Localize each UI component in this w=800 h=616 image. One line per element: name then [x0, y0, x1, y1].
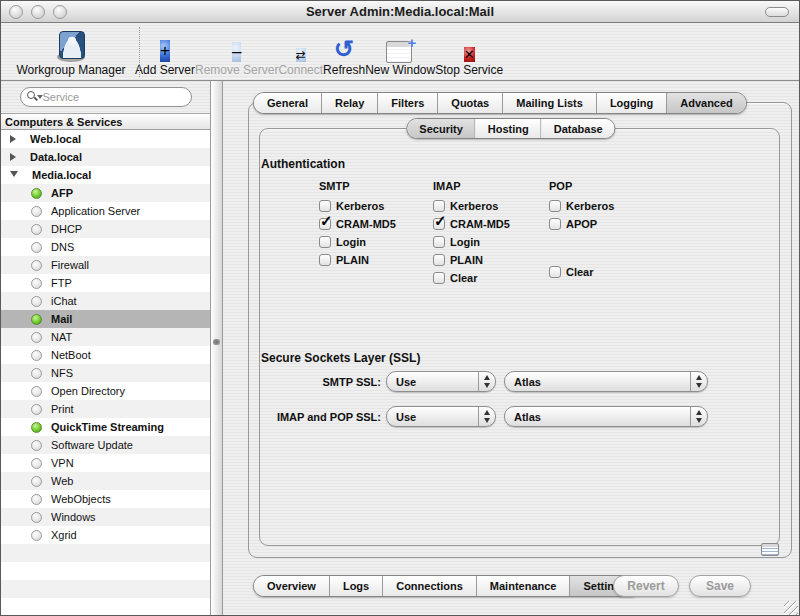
- checkbox-row[interactable]: CRAM-MD5: [319, 218, 396, 230]
- list-item[interactable]: Data.local: [1, 148, 210, 166]
- revert-button[interactable]: Revert: [613, 575, 679, 597]
- toolbar-button[interactable]: Add Server: [135, 25, 195, 77]
- checkbox-row[interactable]: Kerberos: [433, 200, 510, 212]
- toolbar-button[interactable]: New Window: [365, 25, 435, 77]
- tab[interactable]: General: [254, 93, 322, 113]
- checkbox[interactable]: [433, 218, 445, 230]
- checkbox[interactable]: [433, 272, 445, 284]
- disclosure-triangle-icon[interactable]: [10, 153, 16, 161]
- ssl-row: SMTP SSL: Use Atlas: [241, 371, 708, 392]
- list-item[interactable]: Open Directory: [1, 382, 210, 400]
- checkbox-row[interactable]: Clear: [549, 266, 614, 278]
- checkbox-row[interactable]: PLAIN: [433, 254, 510, 266]
- minimize-button[interactable]: [31, 5, 45, 19]
- computers-services-list: Web.local Data.local Media.local AFP: [1, 130, 210, 616]
- checkbox-row[interactable]: APOP: [549, 218, 614, 230]
- tab[interactable]: Advanced: [667, 93, 746, 113]
- checkbox-row[interactable]: PLAIN: [319, 254, 396, 266]
- tab[interactable]: Overview: [254, 576, 330, 596]
- close-button[interactable]: [9, 5, 23, 19]
- checkbox[interactable]: [549, 218, 561, 230]
- resize-grip[interactable]: [784, 601, 798, 615]
- list-item[interactable]: DHCP: [1, 220, 210, 238]
- tab[interactable]: Connections: [383, 576, 477, 596]
- tab[interactable]: Mailing Lists: [503, 93, 597, 113]
- list-item-label: FTP: [51, 277, 72, 289]
- checkbox[interactable]: [319, 200, 331, 212]
- popup-button[interactable]: Atlas: [504, 406, 708, 427]
- checkbox-label: Kerberos: [566, 200, 614, 212]
- checkbox[interactable]: [433, 236, 445, 248]
- checkbox-label: Clear: [566, 266, 594, 278]
- list-item[interactable]: Mail: [1, 310, 210, 328]
- toolbar-toggle-button[interactable]: [765, 7, 789, 17]
- list-item[interactable]: WebObjects: [1, 490, 210, 508]
- list-item[interactable]: VPN: [1, 454, 210, 472]
- checkbox-row[interactable]: Login: [319, 236, 396, 248]
- list-item[interactable]: NFS: [1, 364, 210, 382]
- list-item[interactable]: Application Server: [1, 202, 210, 220]
- list-item-label: iChat: [51, 295, 77, 307]
- checkbox[interactable]: [549, 200, 561, 212]
- list-item[interactable]: Xgrid: [1, 526, 210, 544]
- checkbox-row[interactable]: Login: [433, 236, 510, 248]
- search-input[interactable]: [43, 91, 185, 103]
- save-button[interactable]: Save: [689, 575, 751, 597]
- checkbox[interactable]: [319, 218, 331, 230]
- search-icon[interactable]: [27, 91, 43, 103]
- popup-button[interactable]: Use: [386, 371, 496, 392]
- tab[interactable]: Quotas: [438, 93, 503, 113]
- list-item[interactable]: AFP: [1, 184, 210, 202]
- checkbox-row[interactable]: Kerberos: [319, 200, 396, 212]
- checkbox[interactable]: [319, 236, 331, 248]
- list-item[interactable]: Media.local: [1, 166, 210, 184]
- list-item[interactable]: iChat: [1, 292, 210, 310]
- list-item[interactable]: Windows: [1, 508, 210, 526]
- search-field[interactable]: [20, 87, 192, 107]
- checkbox[interactable]: [433, 254, 445, 266]
- stop-service-icon: [464, 47, 475, 62]
- tab[interactable]: Maintenance: [477, 576, 571, 596]
- checkbox-row[interactable]: Clear: [433, 272, 510, 284]
- list-item[interactable]: Web: [1, 472, 210, 490]
- list-item[interactable]: QuickTime Streaming: [1, 418, 210, 436]
- popup-button[interactable]: Use: [386, 406, 496, 427]
- list-item[interactable]: Firewall: [1, 256, 210, 274]
- splitter[interactable]: [211, 81, 223, 616]
- tab[interactable]: Logs: [330, 576, 383, 596]
- status-dot-icon: [31, 296, 42, 307]
- list-item[interactable]: Software Update: [1, 436, 210, 454]
- list-item[interactable]: NAT: [1, 328, 210, 346]
- checkbox-row[interactable]: Kerberos: [549, 200, 614, 212]
- ssl-row-label: IMAP and POP SSL:: [241, 411, 381, 423]
- list-item[interactable]: FTP: [1, 274, 210, 292]
- tab[interactable]: Relay: [322, 93, 378, 113]
- toolbar-button[interactable]: Refresh: [323, 25, 365, 77]
- tab[interactable]: Filters: [378, 93, 438, 113]
- status-dot-icon: [31, 188, 42, 199]
- list-item[interactable]: Print: [1, 400, 210, 418]
- toolbar-button[interactable]: Stop Service: [435, 25, 503, 77]
- drawer-icon[interactable]: [761, 543, 779, 556]
- popup-button[interactable]: Atlas: [504, 371, 708, 392]
- toolbar-button[interactable]: Remove Server: [195, 25, 278, 77]
- disclosure-triangle-icon[interactable]: [10, 135, 16, 143]
- checkbox[interactable]: [433, 200, 445, 212]
- tab[interactable]: Logging: [597, 93, 667, 113]
- tab[interactable]: Security: [407, 119, 475, 138]
- splitter-dimple[interactable]: [213, 339, 220, 345]
- zoom-button[interactable]: [53, 5, 67, 19]
- content-pane: General Relay Filters Quotas Mailing Lis…: [223, 81, 799, 616]
- tab[interactable]: Hosting: [476, 119, 542, 138]
- toolbar-button[interactable]: Connect: [278, 25, 323, 77]
- list-item[interactable]: NetBoot: [1, 346, 210, 364]
- disclosure-triangle-icon[interactable]: [10, 171, 18, 181]
- list-item[interactable]: DNS: [1, 238, 210, 256]
- list-item[interactable]: Web.local: [1, 130, 210, 148]
- status-dot-icon: [31, 332, 42, 343]
- checkbox-row[interactable]: CRAM-MD5: [433, 218, 510, 230]
- tab[interactable]: Database: [542, 119, 615, 138]
- toolbar-button[interactable]: Workgroup Manager: [7, 25, 135, 77]
- checkbox[interactable]: [319, 254, 331, 266]
- checkbox[interactable]: [549, 266, 561, 278]
